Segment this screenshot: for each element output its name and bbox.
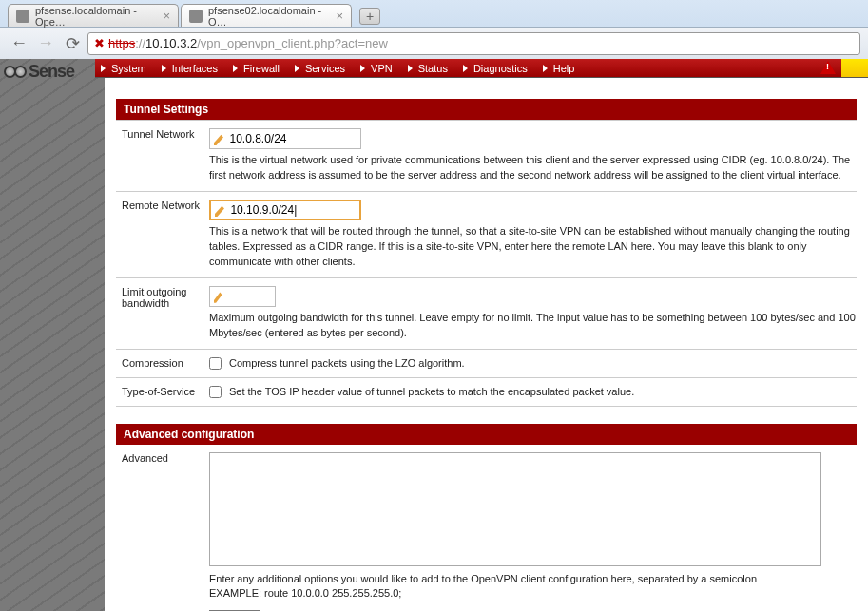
tunnel-network-input[interactable] (229, 132, 357, 145)
insecure-icon: ✖ (94, 36, 105, 50)
row-tunnel-network: Tunnel Network This is the virtual netwo… (116, 120, 857, 192)
row-remote-network: Remote Network This is a network that wi… (116, 192, 857, 278)
row-compression: Compression Compress tunnel packets usin… (116, 350, 857, 378)
chevron-right-icon (408, 65, 413, 72)
menu-help[interactable]: Help (537, 63, 585, 74)
browser-tab[interactable]: pfsense02.localdomain - O… × (181, 4, 352, 27)
chevron-right-icon (360, 65, 365, 72)
label-tunnel-network: Tunnel Network (116, 128, 209, 183)
remote-network-input[interactable] (230, 203, 356, 217)
label-limit-bandwidth: Limit outgoing bandwidth (116, 286, 209, 341)
chevron-right-icon (463, 65, 468, 72)
favicon (16, 10, 29, 23)
desc-advanced-2: EXAMPLE: route 10.0.0.0 255.255.255.0; (209, 587, 857, 599)
pencil-icon (214, 290, 224, 303)
desc-limit-bandwidth: Maximum outgoing bandwidth for this tunn… (209, 311, 857, 341)
limit-bandwidth-input[interactable] (228, 290, 271, 303)
url-protocol: https (108, 36, 135, 50)
close-icon[interactable]: × (163, 9, 170, 23)
desc-compression: Compress tunnel packets using the LZO al… (229, 357, 465, 369)
browser-tab[interactable]: pfsense.localdomain - Ope… × (8, 4, 179, 27)
chevron-right-icon (295, 65, 299, 72)
logo-text: Sense (29, 62, 74, 82)
menu-vpn[interactable]: VPN (355, 63, 402, 74)
url-host: 10.10.3.2 (145, 36, 197, 50)
pencil-icon (215, 203, 226, 217)
url-path: /vpn_openvpn_client.php?act=new (197, 36, 388, 50)
label-tos: Type-of-Service (116, 386, 209, 398)
label-remote-network: Remote Network (116, 200, 209, 270)
tab-title: pfsense02.localdomain - O… (208, 5, 330, 28)
menu-services[interactable]: Services (289, 63, 355, 74)
favicon (189, 10, 203, 23)
tos-checkbox[interactable] (209, 386, 222, 398)
row-advanced: Advanced Enter any additional options yo… (116, 445, 857, 611)
new-tab-button[interactable]: + (359, 8, 380, 25)
menu-interfaces[interactable]: Interfaces (156, 63, 227, 74)
tab-bar: pfsense.localdomain - Ope… × pfsense02.l… (0, 0, 868, 27)
content-panel: Tunnel Settings Tunnel Network This is t… (105, 78, 868, 611)
label-compression: Compression (116, 357, 209, 370)
menu-firewall[interactable]: Firewall (227, 63, 289, 74)
menu-status[interactable]: Status (402, 63, 457, 74)
desc-advanced-1: Enter any additional options you would l… (209, 572, 857, 587)
label-advanced: Advanced (116, 452, 209, 611)
desc-tunnel-network: This is the virtual network used for pri… (209, 153, 857, 183)
row-tos: Type-of-Service Set the TOS IP header va… (116, 378, 857, 407)
main-menu: System Interfaces Firewall Services VPN … (95, 59, 841, 77)
row-limit-bandwidth: Limit outgoing bandwidth Maximum outgoin… (116, 278, 857, 350)
chevron-right-icon (101, 65, 106, 72)
pfsense-logo[interactable]: Sense (2, 59, 97, 84)
pencil-icon (214, 132, 225, 145)
alert-icon[interactable] (820, 61, 836, 74)
chevron-right-icon (162, 65, 166, 72)
desc-remote-network: This is a network that will be routed th… (209, 224, 857, 270)
compression-checkbox[interactable] (209, 357, 222, 370)
menu-diagnostics[interactable]: Diagnostics (457, 63, 537, 74)
desc-tos: Set the TOS IP header value of tunnel pa… (229, 386, 634, 397)
chevron-right-icon (543, 65, 548, 72)
tunnel-network-input-wrap (209, 128, 361, 149)
browser-chrome: pfsense.localdomain - Ope… × pfsense02.l… (0, 0, 868, 59)
reload-button[interactable]: ⟳ (61, 32, 84, 55)
close-icon[interactable]: × (336, 9, 343, 23)
address-bar[interactable]: ✖ https://10.10.3.2/vpn_openvpn_client.p… (87, 32, 860, 55)
remote-network-input-wrap (209, 200, 361, 220)
back-button[interactable]: ← (8, 32, 30, 55)
forward-button[interactable]: → (34, 32, 57, 55)
section-tunnel-settings: Tunnel Settings (116, 99, 857, 120)
chevron-right-icon (233, 65, 238, 72)
page-body: Sense System Interfaces Firewall Service… (0, 59, 868, 611)
nav-bar: ← → ⟳ ✖ https://10.10.3.2/vpn_openvpn_cl… (0, 27, 868, 59)
menu-system[interactable]: System (95, 63, 156, 74)
section-advanced-config: Advanced configuration (116, 424, 857, 445)
advanced-textarea[interactable] (209, 452, 821, 566)
tab-title: pfsense.localdomain - Ope… (35, 5, 157, 28)
limit-bandwidth-input-wrap (209, 286, 276, 307)
